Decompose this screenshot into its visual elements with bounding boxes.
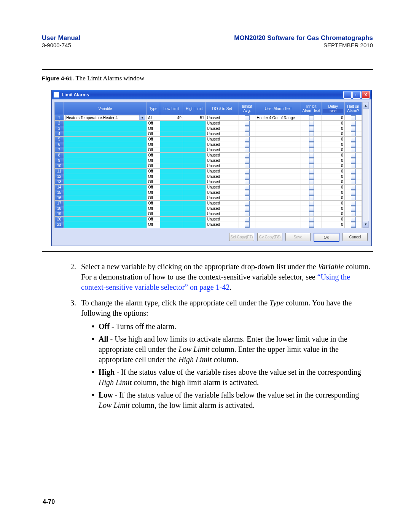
table-row[interactable]: 20OffUnused0: [55, 217, 369, 222]
cell-variable[interactable]: [64, 206, 147, 211]
col-user-alarm-text[interactable]: User Alarm Text: [255, 102, 301, 115]
checkbox[interactable]: [245, 131, 250, 136]
cell-delay[interactable]: 0: [322, 195, 344, 201]
cell-user-alarm-text[interactable]: [255, 137, 301, 142]
cell-do-to-set[interactable]: Unused: [206, 153, 239, 158]
cell-halt-on-alarm[interactable]: [344, 185, 362, 190]
checkbox[interactable]: [351, 142, 356, 147]
cell-inhibit-alarm-text[interactable]: [301, 153, 322, 158]
checkbox[interactable]: [351, 163, 356, 168]
cell-inhibit-alarm-text[interactable]: [301, 142, 322, 147]
table-row[interactable]: 3OffUnused0: [55, 126, 369, 131]
cell-high-limit[interactable]: [183, 131, 206, 137]
cell-do-to-set[interactable]: Unused: [206, 158, 239, 163]
cell-high-limit[interactable]: [183, 185, 206, 190]
cell-variable[interactable]: [64, 153, 147, 158]
checkbox[interactable]: [245, 179, 250, 184]
minimize-button[interactable]: _: [343, 91, 352, 99]
cell-inhibit-avg[interactable]: [239, 147, 255, 153]
checkbox[interactable]: [245, 227, 250, 228]
cell-delay[interactable]: 0: [322, 185, 344, 190]
cell-inhibit-avg[interactable]: [239, 163, 255, 169]
limit-alarms-table[interactable]: Variable Type Low Limit High Limit DO # …: [54, 102, 369, 228]
cell-low-limit[interactable]: [160, 137, 183, 142]
cell-inhibit-alarm-text[interactable]: [301, 179, 322, 185]
cell-type[interactable]: Off: [147, 190, 160, 195]
cell-delay[interactable]: 0: [322, 158, 344, 163]
cell-do-to-set[interactable]: Unused: [206, 131, 239, 137]
checkbox[interactable]: [309, 217, 314, 222]
cell-inhibit-alarm-text[interactable]: [301, 195, 322, 201]
cell-high-limit[interactable]: [183, 195, 206, 201]
checkbox[interactable]: [351, 169, 356, 174]
cancel-button[interactable]: Cancel: [342, 233, 368, 241]
cell-delay[interactable]: 0: [322, 169, 344, 174]
maximize-button[interactable]: □: [352, 91, 361, 99]
checkbox[interactable]: [309, 185, 314, 190]
table-row[interactable]: 4OffUnused0: [55, 131, 369, 137]
cell-halt-on-alarm[interactable]: [344, 115, 362, 121]
cell-inhibit-avg[interactable]: [239, 121, 255, 126]
cell-halt-on-alarm[interactable]: [344, 201, 362, 206]
cell-variable[interactable]: [64, 211, 147, 217]
cell-user-alarm-text[interactable]: [255, 211, 301, 217]
cell-delay[interactable]: 0: [322, 206, 344, 211]
window-titlebar[interactable]: Limit Alarms _ □ X: [52, 90, 371, 99]
checkbox[interactable]: [309, 179, 314, 184]
cell-type[interactable]: Off: [147, 227, 160, 228]
cell-variable[interactable]: [64, 227, 147, 228]
checkbox[interactable]: [351, 211, 356, 216]
cell-user-alarm-text[interactable]: [255, 163, 301, 169]
cell-type[interactable]: Off: [147, 201, 160, 206]
cell-user-alarm-text[interactable]: [255, 131, 301, 137]
cell-inhibit-alarm-text[interactable]: [301, 121, 322, 126]
cell-inhibit-avg[interactable]: [239, 190, 255, 195]
cell-user-alarm-text[interactable]: [255, 195, 301, 201]
cell-user-alarm-text[interactable]: [255, 201, 301, 206]
cell-inhibit-alarm-text[interactable]: [301, 158, 322, 163]
cell-do-to-set[interactable]: Unused: [206, 206, 239, 211]
checkbox[interactable]: [309, 206, 314, 211]
cell-high-limit[interactable]: [183, 163, 206, 169]
cell-low-limit[interactable]: [160, 142, 183, 147]
cell-user-alarm-text[interactable]: [255, 142, 301, 147]
cell-halt-on-alarm[interactable]: [344, 131, 362, 137]
cell-user-alarm-text[interactable]: [255, 158, 301, 163]
cell-halt-on-alarm[interactable]: [344, 211, 362, 217]
cell-do-to-set[interactable]: Unused: [206, 190, 239, 195]
cell-low-limit[interactable]: [160, 158, 183, 163]
cell-high-limit[interactable]: [183, 147, 206, 153]
cell-inhibit-alarm-text[interactable]: [301, 137, 322, 142]
cell-halt-on-alarm[interactable]: [344, 169, 362, 174]
cell-do-to-set[interactable]: Unused: [206, 185, 239, 190]
cell-do-to-set[interactable]: Unused: [206, 227, 239, 228]
cell-type[interactable]: Off: [147, 185, 160, 190]
cell-inhibit-alarm-text[interactable]: [301, 185, 322, 190]
cell-do-to-set[interactable]: Unused: [206, 195, 239, 201]
checkbox[interactable]: [351, 217, 356, 222]
table-row[interactable]: 16OffUnused0: [55, 195, 369, 201]
vertical-scrollbar[interactable]: ▲ ▼: [362, 102, 369, 228]
cell-inhibit-avg[interactable]: [239, 126, 255, 131]
cell-high-limit[interactable]: [183, 190, 206, 195]
cell-inhibit-alarm-text[interactable]: [301, 126, 322, 131]
cell-delay[interactable]: 0: [322, 179, 344, 185]
checkbox[interactable]: [351, 195, 356, 200]
cell-user-alarm-text[interactable]: [255, 126, 301, 131]
cell-high-limit[interactable]: [183, 158, 206, 163]
col-halt-on-alarm[interactable]: Halt on Alarm?: [344, 102, 362, 115]
cell-user-alarm-text[interactable]: [255, 179, 301, 185]
cell-do-to-set[interactable]: Unused: [206, 163, 239, 169]
cell-low-limit[interactable]: [160, 211, 183, 217]
cell-type[interactable]: Off: [147, 163, 160, 169]
table-row[interactable]: 19OffUnused0: [55, 211, 369, 217]
cell-high-limit[interactable]: [183, 206, 206, 211]
cell-high-limit[interactable]: [183, 217, 206, 222]
checkbox[interactable]: [245, 147, 250, 152]
cell-delay[interactable]: 0: [322, 222, 344, 227]
cell-high-limit[interactable]: [183, 227, 206, 228]
cell-do-to-set[interactable]: Unused: [206, 121, 239, 126]
cell-type[interactable]: Off: [147, 179, 160, 185]
cell-delay[interactable]: 0: [322, 142, 344, 147]
cell-halt-on-alarm[interactable]: [344, 217, 362, 222]
